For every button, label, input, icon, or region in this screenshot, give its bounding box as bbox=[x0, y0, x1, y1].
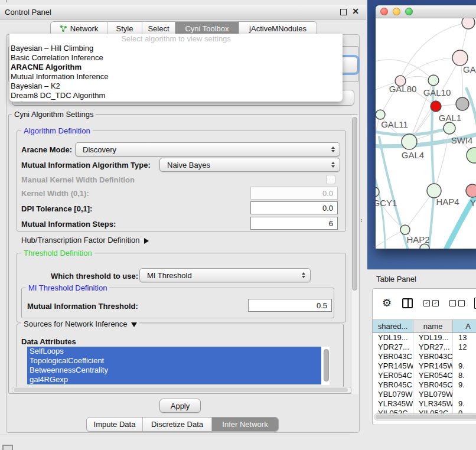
network-graph-svg: GAL80GAL10GAL11GAL1SWI4GAL4GCY1HAP4HAP2G… bbox=[376, 18, 476, 249]
horizontal-scrollbar-thumb[interactable] bbox=[14, 388, 348, 392]
algorithm-option[interactable]: Dream8 DC_TDC Algorithm bbox=[9, 91, 343, 100]
sources-expander[interactable]: Sources for Network Inference bbox=[21, 319, 139, 328]
table-row[interactable]: YBR043CYBR043C bbox=[373, 352, 476, 361]
mi-steps-field[interactable]: 6 bbox=[250, 217, 338, 230]
minimized-panel-button[interactable] bbox=[2, 445, 13, 450]
zoom-traffic-light-icon[interactable] bbox=[405, 8, 413, 15]
table-cell: 13 bbox=[453, 333, 476, 343]
horizontal-scrollbar-track[interactable] bbox=[12, 387, 352, 393]
table-row[interactable]: YPR145WYPR145W9. bbox=[373, 361, 476, 371]
network-node[interactable] bbox=[402, 134, 417, 149]
network-edge[interactable] bbox=[402, 22, 468, 76]
attribute-list-item[interactable]: TopologicalCoefficient bbox=[27, 356, 321, 366]
network-window-titlebar[interactable] bbox=[376, 5, 476, 18]
table-cell bbox=[453, 390, 476, 399]
groupbox-title: Cyni Algorithm Settings bbox=[12, 110, 96, 119]
network-node[interactable] bbox=[400, 225, 410, 234]
network-window[interactable]: GAL80GAL10GAL11GAL1SWI4GAL4GCY1HAP4HAP2G… bbox=[376, 5, 476, 249]
combobox-value: Discovery bbox=[83, 145, 116, 154]
groupbox-title: Threshold Definition bbox=[21, 249, 94, 257]
dpi-tolerance-field[interactable]: 0.0 bbox=[250, 201, 338, 214]
data-attributes-list[interactable]: SelfLoopsTopologicalCoefficientBetweenne… bbox=[27, 347, 330, 385]
spinner-arrows-icon bbox=[331, 146, 335, 152]
control-panel-titlebar[interactable]: Control Panel ✕ bbox=[0, 5, 366, 19]
minimize-traffic-light-icon[interactable] bbox=[393, 8, 400, 15]
algorithm-option[interactable]: Mutual Information Inference bbox=[9, 72, 343, 81]
kernel-width-field[interactable]: 0.0 bbox=[250, 187, 338, 200]
network-canvas[interactable]: GAL80GAL10GAL11GAL1SWI4GAL4GCY1HAP4HAP2G… bbox=[376, 18, 476, 249]
table-hscroll-thumb[interactable] bbox=[376, 415, 476, 419]
network-node[interactable] bbox=[444, 122, 455, 134]
column-header[interactable]: A bbox=[453, 320, 476, 332]
network-node[interactable] bbox=[427, 184, 441, 198]
settings-scrollbar-thumb[interactable] bbox=[352, 117, 357, 291]
tab-discretize-data[interactable]: Discretize Data bbox=[143, 418, 212, 431]
attribute-list-item[interactable]: SelfLoops bbox=[27, 347, 321, 356]
attribute-list-item[interactable]: gal4RGexp bbox=[27, 375, 321, 384]
checked-boxes-icon[interactable]: ✓ ✓ bbox=[423, 300, 439, 306]
which-threshold-label: Which threshold to use: bbox=[51, 272, 138, 281]
table-panel-titlebar[interactable]: Table Panel bbox=[367, 269, 476, 288]
close-icon[interactable]: ✕ bbox=[352, 6, 359, 16]
table-cell: YPR145W bbox=[413, 361, 453, 371]
column-header[interactable]: shared... bbox=[373, 320, 413, 332]
mi-type-combobox[interactable]: Naive Bayes bbox=[159, 158, 340, 172]
aracne-mode-combobox[interactable]: Discovery bbox=[75, 142, 340, 156]
collapse-arrow-icon bbox=[131, 322, 137, 327]
network-node[interactable] bbox=[462, 18, 475, 29]
network-node-label: GAL11 bbox=[381, 119, 408, 129]
table-row[interactable]: YDR27...YDR27...12 bbox=[373, 343, 476, 352]
column-header[interactable]: name bbox=[413, 320, 453, 332]
network-node[interactable] bbox=[467, 148, 476, 163]
network-node[interactable] bbox=[452, 50, 468, 66]
float-icon[interactable] bbox=[340, 9, 347, 15]
spinner-arrows-icon bbox=[302, 272, 305, 278]
attributes-scrollbar-thumb[interactable] bbox=[324, 349, 329, 381]
network-node[interactable] bbox=[431, 101, 441, 112]
network-node[interactable] bbox=[456, 97, 469, 110]
network-node[interactable] bbox=[376, 110, 385, 119]
table-horizontal-scrollbar[interactable] bbox=[374, 413, 476, 420]
tab-infer-network[interactable]: Infer Network bbox=[212, 418, 278, 431]
apply-label: Apply bbox=[171, 402, 190, 410]
table-cell: YBR045C bbox=[413, 380, 453, 390]
algorithm-option[interactable]: Basic Correlation Inference bbox=[9, 53, 343, 63]
which-threshold-combobox[interactable]: MI Threshold bbox=[139, 268, 311, 282]
gear-icon[interactable]: ⚙ bbox=[382, 298, 392, 308]
network-edge[interactable] bbox=[434, 128, 449, 191]
split-columns-icon[interactable] bbox=[402, 298, 413, 308]
table-row[interactable]: YER054CYER054C8. bbox=[373, 371, 476, 380]
kernel-width-label: Kernel Width (0,1): bbox=[21, 189, 89, 198]
table-toolbar: ⚙ ✓ ✓ bbox=[373, 289, 476, 317]
manual-kernel-checkbox[interactable] bbox=[326, 175, 335, 184]
network-node[interactable] bbox=[466, 184, 476, 197]
network-icon bbox=[60, 25, 67, 32]
network-edge[interactable] bbox=[376, 230, 405, 249]
hub-definition-expander[interactable]: Hub/Transcription Factor Definition bbox=[21, 236, 149, 244]
splitpane-handle[interactable] bbox=[360, 219, 363, 223]
algorithm-option[interactable]: Bayesian – K2 bbox=[9, 81, 343, 91]
table-cell: YBR043C bbox=[373, 352, 413, 361]
table-row[interactable]: YLR345WYLR345W9. bbox=[373, 399, 476, 409]
attribute-list-item[interactable]: BetweennessCentrality bbox=[27, 366, 321, 375]
unchecked-box-glyph bbox=[449, 300, 456, 306]
unchecked-boxes-icon[interactable] bbox=[449, 300, 465, 306]
field-value: 6 bbox=[329, 219, 333, 228]
network-node[interactable] bbox=[428, 75, 439, 86]
table-cell: YLR345W bbox=[413, 399, 453, 409]
mi-steps-label: Mutual Information Steps: bbox=[21, 220, 116, 229]
tab-label: Discretize Data bbox=[151, 420, 203, 429]
table-row[interactable]: YDL19...YDL19...13 bbox=[373, 333, 476, 343]
algorithm-option[interactable]: ARACNE Algorithm bbox=[9, 63, 343, 72]
table-cell: YER054C bbox=[373, 371, 413, 380]
groupbox-title: MI Threshold Definition bbox=[26, 283, 109, 292]
close-traffic-light-icon[interactable] bbox=[380, 8, 388, 15]
table-row[interactable]: YBL079WYBL079W bbox=[373, 390, 476, 399]
apply-button[interactable]: Apply bbox=[159, 399, 201, 413]
table-row[interactable]: YBR045CYBR045C9. bbox=[373, 380, 476, 390]
mi-threshold-field[interactable]: 0.5 bbox=[248, 299, 332, 312]
algorithm-option[interactable]: Bayesian – Hill Climbing bbox=[9, 44, 343, 53]
network-node-label: GAL10 bbox=[423, 87, 451, 97]
network-node[interactable] bbox=[420, 244, 429, 249]
tab-impute-data[interactable]: Impute Data bbox=[87, 418, 143, 431]
